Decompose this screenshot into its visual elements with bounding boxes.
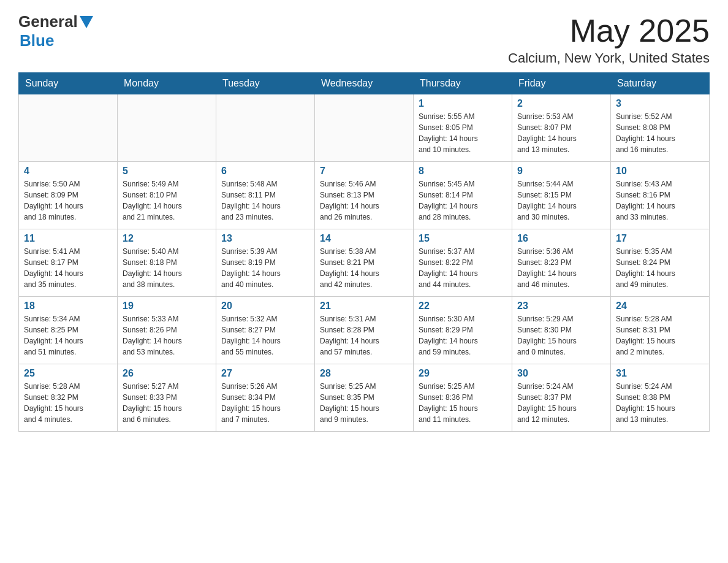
table-row: 19Sunrise: 5:33 AMSunset: 8:26 PMDayligh… xyxy=(118,297,216,364)
table-row: 2Sunrise: 5:53 AMSunset: 8:07 PMDaylight… xyxy=(512,94,611,162)
day-number: 24 xyxy=(616,301,704,312)
day-info: Sunrise: 5:32 AMSunset: 8:27 PMDaylight:… xyxy=(221,313,309,358)
day-number: 4 xyxy=(24,166,112,177)
month-year-title: May 2025 xyxy=(508,12,710,49)
day-number: 19 xyxy=(123,301,211,312)
table-row: 20Sunrise: 5:32 AMSunset: 8:27 PMDayligh… xyxy=(216,297,315,364)
table-row xyxy=(315,94,414,162)
table-row: 4Sunrise: 5:50 AMSunset: 8:09 PMDaylight… xyxy=(19,162,118,229)
day-number: 5 xyxy=(123,166,211,177)
col-saturday: Saturday xyxy=(611,73,710,94)
table-row: 8Sunrise: 5:45 AMSunset: 8:14 PMDaylight… xyxy=(414,162,512,229)
day-number: 6 xyxy=(221,166,309,177)
day-info: Sunrise: 5:39 AMSunset: 8:19 PMDaylight:… xyxy=(221,246,309,290)
table-row xyxy=(216,94,315,162)
table-row: 6Sunrise: 5:48 AMSunset: 8:11 PMDaylight… xyxy=(216,162,315,229)
day-number: 28 xyxy=(320,368,408,379)
day-info: Sunrise: 5:31 AMSunset: 8:28 PMDaylight:… xyxy=(320,313,408,358)
col-wednesday: Wednesday xyxy=(315,73,414,94)
table-row: 10Sunrise: 5:43 AMSunset: 8:16 PMDayligh… xyxy=(611,162,710,229)
table-row: 30Sunrise: 5:24 AMSunset: 8:37 PMDayligh… xyxy=(512,364,611,432)
day-info: Sunrise: 5:25 AMSunset: 8:36 PMDaylight:… xyxy=(419,381,507,425)
day-number: 30 xyxy=(517,368,605,379)
table-row: 11Sunrise: 5:41 AMSunset: 8:17 PMDayligh… xyxy=(19,229,118,297)
table-row xyxy=(19,94,118,162)
day-info: Sunrise: 5:50 AMSunset: 8:09 PMDaylight:… xyxy=(24,178,112,223)
day-info: Sunrise: 5:24 AMSunset: 8:37 PMDaylight:… xyxy=(517,381,605,425)
days-of-week-row: Sunday Monday Tuesday Wednesday Thursday… xyxy=(19,73,710,94)
location-subtitle: Calcium, New York, United States xyxy=(508,50,710,66)
table-row: 9Sunrise: 5:44 AMSunset: 8:15 PMDaylight… xyxy=(512,162,611,229)
day-info: Sunrise: 5:28 AMSunset: 8:32 PMDaylight:… xyxy=(24,381,112,425)
col-thursday: Thursday xyxy=(414,73,512,94)
day-number: 27 xyxy=(221,368,309,379)
col-monday: Monday xyxy=(118,73,216,94)
day-info: Sunrise: 5:29 AMSunset: 8:30 PMDaylight:… xyxy=(517,313,605,358)
table-row: 12Sunrise: 5:40 AMSunset: 8:18 PMDayligh… xyxy=(118,229,216,297)
day-number: 18 xyxy=(24,301,112,312)
logo-blue-text: Blue xyxy=(20,31,54,50)
day-info: Sunrise: 5:27 AMSunset: 8:33 PMDaylight:… xyxy=(123,381,211,425)
title-area: May 2025 Calcium, New York, United State… xyxy=(508,12,710,66)
day-info: Sunrise: 5:53 AMSunset: 8:07 PMDaylight:… xyxy=(517,111,605,155)
logo-arrow-icon xyxy=(80,16,93,28)
day-number: 9 xyxy=(517,166,605,177)
day-info: Sunrise: 5:30 AMSunset: 8:29 PMDaylight:… xyxy=(419,313,507,358)
day-info: Sunrise: 5:43 AMSunset: 8:16 PMDaylight:… xyxy=(616,178,704,223)
day-number: 14 xyxy=(320,233,408,244)
calendar-week-row: 11Sunrise: 5:41 AMSunset: 8:17 PMDayligh… xyxy=(19,229,710,297)
table-row: 16Sunrise: 5:36 AMSunset: 8:23 PMDayligh… xyxy=(512,229,611,297)
calendar-body: 1Sunrise: 5:55 AMSunset: 8:05 PMDaylight… xyxy=(19,94,710,432)
table-row: 31Sunrise: 5:24 AMSunset: 8:38 PMDayligh… xyxy=(611,364,710,432)
table-row: 26Sunrise: 5:27 AMSunset: 8:33 PMDayligh… xyxy=(118,364,216,432)
col-friday: Friday xyxy=(512,73,611,94)
table-row: 22Sunrise: 5:30 AMSunset: 8:29 PMDayligh… xyxy=(414,297,512,364)
day-info: Sunrise: 5:49 AMSunset: 8:10 PMDaylight:… xyxy=(123,178,211,223)
day-number: 13 xyxy=(221,233,309,244)
day-number: 1 xyxy=(419,98,507,109)
day-info: Sunrise: 5:35 AMSunset: 8:24 PMDaylight:… xyxy=(616,246,704,290)
day-info: Sunrise: 5:41 AMSunset: 8:17 PMDaylight:… xyxy=(24,246,112,290)
day-info: Sunrise: 5:52 AMSunset: 8:08 PMDaylight:… xyxy=(616,111,704,155)
day-number: 23 xyxy=(517,301,605,312)
calendar-week-row: 18Sunrise: 5:34 AMSunset: 8:25 PMDayligh… xyxy=(19,297,710,364)
table-row: 1Sunrise: 5:55 AMSunset: 8:05 PMDaylight… xyxy=(414,94,512,162)
day-info: Sunrise: 5:38 AMSunset: 8:21 PMDaylight:… xyxy=(320,246,408,290)
calendar-header: Sunday Monday Tuesday Wednesday Thursday… xyxy=(19,73,710,94)
day-number: 3 xyxy=(616,98,704,109)
table-row: 25Sunrise: 5:28 AMSunset: 8:32 PMDayligh… xyxy=(19,364,118,432)
table-row: 21Sunrise: 5:31 AMSunset: 8:28 PMDayligh… xyxy=(315,297,414,364)
table-row: 17Sunrise: 5:35 AMSunset: 8:24 PMDayligh… xyxy=(611,229,710,297)
table-row: 5Sunrise: 5:49 AMSunset: 8:10 PMDaylight… xyxy=(118,162,216,229)
day-info: Sunrise: 5:24 AMSunset: 8:38 PMDaylight:… xyxy=(616,381,704,425)
day-number: 7 xyxy=(320,166,408,177)
col-sunday: Sunday xyxy=(19,73,118,94)
day-info: Sunrise: 5:33 AMSunset: 8:26 PMDaylight:… xyxy=(123,313,211,358)
day-info: Sunrise: 5:46 AMSunset: 8:13 PMDaylight:… xyxy=(320,178,408,223)
table-row: 15Sunrise: 5:37 AMSunset: 8:22 PMDayligh… xyxy=(414,229,512,297)
day-number: 20 xyxy=(221,301,309,312)
day-number: 11 xyxy=(24,233,112,244)
day-number: 22 xyxy=(419,301,507,312)
table-row: 24Sunrise: 5:28 AMSunset: 8:31 PMDayligh… xyxy=(611,297,710,364)
table-row: 18Sunrise: 5:34 AMSunset: 8:25 PMDayligh… xyxy=(19,297,118,364)
day-number: 16 xyxy=(517,233,605,244)
table-row xyxy=(118,94,216,162)
table-row: 7Sunrise: 5:46 AMSunset: 8:13 PMDaylight… xyxy=(315,162,414,229)
logo: General Blue xyxy=(18,12,93,50)
calendar-table: Sunday Monday Tuesday Wednesday Thursday… xyxy=(18,72,710,432)
day-number: 26 xyxy=(123,368,211,379)
day-number: 21 xyxy=(320,301,408,312)
table-row: 29Sunrise: 5:25 AMSunset: 8:36 PMDayligh… xyxy=(414,364,512,432)
day-number: 25 xyxy=(24,368,112,379)
day-number: 10 xyxy=(616,166,704,177)
day-info: Sunrise: 5:44 AMSunset: 8:15 PMDaylight:… xyxy=(517,178,605,223)
day-number: 15 xyxy=(419,233,507,244)
day-info: Sunrise: 5:26 AMSunset: 8:34 PMDaylight:… xyxy=(221,381,309,425)
table-row: 28Sunrise: 5:25 AMSunset: 8:35 PMDayligh… xyxy=(315,364,414,432)
day-number: 8 xyxy=(419,166,507,177)
svg-marker-0 xyxy=(80,16,93,28)
table-row: 3Sunrise: 5:52 AMSunset: 8:08 PMDaylight… xyxy=(611,94,710,162)
day-info: Sunrise: 5:28 AMSunset: 8:31 PMDaylight:… xyxy=(616,313,704,358)
day-info: Sunrise: 5:36 AMSunset: 8:23 PMDaylight:… xyxy=(517,246,605,290)
